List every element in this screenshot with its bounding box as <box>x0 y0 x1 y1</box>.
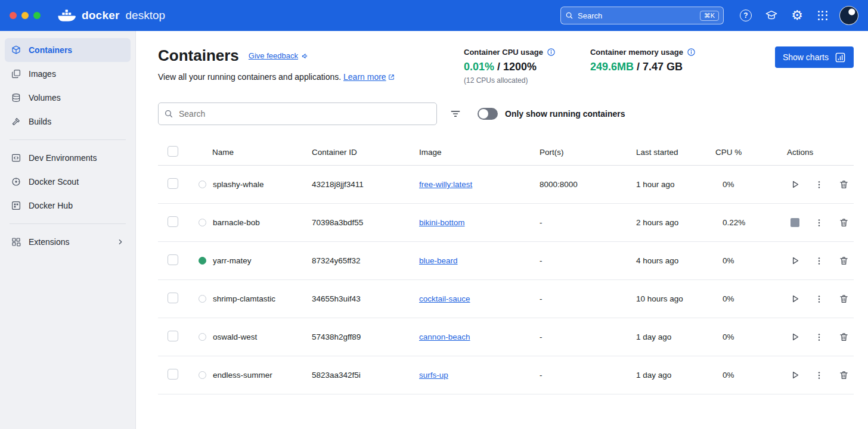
container-name: barnacle-bob <box>213 218 260 227</box>
start-container-button[interactable] <box>787 253 802 269</box>
container-id: 57438h2gff89 <box>312 332 419 341</box>
container-ports: - <box>540 332 636 341</box>
table-row[interactable]: oswald-west 57438h2gff89 cannon-beach - … <box>158 318 854 356</box>
sidebar-item-builds[interactable]: Builds <box>5 110 131 133</box>
play-icon <box>790 370 800 380</box>
delete-container-button[interactable] <box>836 177 851 192</box>
sidebar-item-dev-environments[interactable]: Dev Environments <box>5 146 131 170</box>
titlebar: dockerdesktop Search ⌘K <box>0 0 868 31</box>
learn-more-link[interactable]: Learn more <box>343 72 395 82</box>
row-checkbox[interactable] <box>168 369 178 380</box>
row-menu-button[interactable] <box>811 215 827 231</box>
chevron-right-icon <box>116 238 125 246</box>
row-menu-button[interactable] <box>811 329 827 345</box>
show-charts-button[interactable]: Show charts <box>775 46 854 68</box>
container-search-input[interactable] <box>158 102 437 125</box>
give-feedback-link[interactable]: Give feedback <box>249 51 309 60</box>
row-menu-button[interactable] <box>811 291 827 307</box>
column-header-actions: Actions <box>787 148 854 157</box>
sidebar-label: Volumes <box>29 93 61 102</box>
global-search[interactable]: Search ⌘K <box>560 7 724 24</box>
zoom-window-button[interactable] <box>33 12 41 19</box>
start-container-button[interactable] <box>787 177 802 192</box>
container-ports: - <box>540 294 636 303</box>
container-cpu: 0% <box>715 294 787 303</box>
table-toolbar: Only show running containers <box>158 102 854 125</box>
table-row[interactable]: yarr-matey 87324y65ff32 blue-beard - 4 h… <box>158 242 854 280</box>
sidebar-item-docker-hub[interactable]: Docker Hub <box>5 194 131 217</box>
image-link[interactable]: free-willy:latest <box>419 180 472 189</box>
help-icon <box>740 10 752 21</box>
table-row[interactable]: splashy-whale 43218j8jjf3411 free-willy:… <box>158 166 854 204</box>
image-link[interactable]: blue-beard <box>419 256 458 265</box>
help-button[interactable] <box>737 7 755 24</box>
image-link[interactable]: cannon-beach <box>419 332 470 341</box>
learn-more-label: Learn more <box>343 72 386 82</box>
stop-container-button[interactable] <box>787 215 802 231</box>
sidebar-item-docker-scout[interactable]: Docker Scout <box>5 170 131 194</box>
container-cpu: 0% <box>715 371 787 380</box>
sidebar-item-extensions[interactable]: Extensions <box>5 230 131 254</box>
learning-center-button[interactable] <box>762 7 780 24</box>
start-container-button[interactable] <box>787 291 802 307</box>
minimize-window-button[interactable] <box>21 12 29 19</box>
trash-icon <box>839 256 849 266</box>
select-all-checkbox[interactable] <box>168 146 178 157</box>
row-menu-button[interactable] <box>811 253 827 269</box>
play-icon <box>790 256 800 266</box>
memory-usage-metric: Container memory usage 249.6MB / 7.47 GB <box>590 48 696 85</box>
row-checkbox[interactable] <box>168 331 178 341</box>
docker-desktop-window: dockerdesktop Search ⌘K <box>0 0 868 429</box>
kebab-menu-icon <box>814 332 824 342</box>
container-last-started: 1 day ago <box>636 332 715 341</box>
row-checkbox[interactable] <box>168 293 178 303</box>
image-link[interactable]: surfs-up <box>419 371 448 380</box>
close-window-button[interactable] <box>10 12 17 19</box>
show-charts-label: Show charts <box>783 52 829 62</box>
start-container-button[interactable] <box>787 329 802 345</box>
page-title: Containers <box>158 46 239 65</box>
row-menu-button[interactable] <box>811 368 827 383</box>
info-icon[interactable] <box>687 48 696 57</box>
gear-icon <box>791 9 803 22</box>
learning-center-icon <box>765 9 778 22</box>
info-icon[interactable] <box>547 48 556 57</box>
only-running-toggle[interactable] <box>478 108 498 120</box>
container-last-started: 2 hours ago <box>636 218 715 227</box>
container-name: shrimp-clamtastic <box>213 294 275 303</box>
container-name: yarr-matey <box>213 256 252 265</box>
feedback-icon <box>301 52 309 60</box>
grid-icon <box>818 11 828 21</box>
delete-container-button[interactable] <box>836 215 851 231</box>
row-checkbox[interactable] <box>168 216 178 227</box>
start-container-button[interactable] <box>787 368 802 383</box>
settings-button[interactable] <box>788 7 806 24</box>
container-id: 87324y65ff32 <box>312 256 419 265</box>
table-row[interactable]: barnacle-bob 70398a3bdf55 bikini-bottom … <box>158 204 854 242</box>
docker-whale-icon <box>57 9 76 23</box>
image-link[interactable]: bikini-bottom <box>419 218 465 227</box>
trash-icon <box>839 370 849 380</box>
row-menu-button[interactable] <box>811 177 827 192</box>
delete-container-button[interactable] <box>836 253 851 269</box>
sidebar-item-containers[interactable]: Containers <box>5 38 131 62</box>
docker-logo: dockerdesktop <box>57 9 165 23</box>
column-header-container-id: Container ID <box>312 148 419 157</box>
status-dot <box>199 257 206 265</box>
row-checkbox[interactable] <box>168 178 178 189</box>
search-icon <box>565 11 574 20</box>
apps-menu-button[interactable] <box>814 7 832 24</box>
row-checkbox[interactable] <box>168 254 178 265</box>
play-icon <box>790 179 800 189</box>
delete-container-button[interactable] <box>836 329 851 345</box>
delete-container-button[interactable] <box>836 291 851 307</box>
table-row[interactable]: shrimp-clamtastic 34655h3uif43 cocktail-… <box>158 280 854 318</box>
container-ports: 8000:8000 <box>540 180 636 189</box>
sidebar-item-images[interactable]: Images <box>5 62 131 86</box>
image-link[interactable]: cocktail-sauce <box>419 294 470 303</box>
sidebar-item-volumes[interactable]: Volumes <box>5 86 131 110</box>
table-row[interactable]: endless-summer 5823aa342f5i surfs-up - 1… <box>158 356 854 394</box>
filter-button[interactable] <box>447 105 464 123</box>
delete-container-button[interactable] <box>836 368 851 383</box>
user-avatar[interactable] <box>839 6 858 25</box>
